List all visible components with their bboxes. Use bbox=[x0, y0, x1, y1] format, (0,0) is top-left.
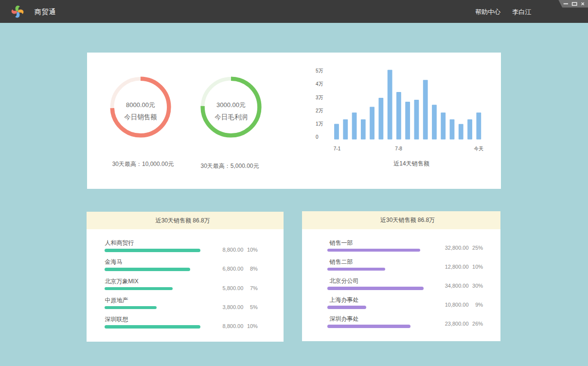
svg-text:7-8: 7-8 bbox=[395, 146, 402, 151]
svg-text:1万: 1万 bbox=[316, 121, 323, 127]
svg-text:2万: 2万 bbox=[316, 108, 323, 113]
svg-text:0: 0 bbox=[316, 134, 319, 140]
svg-text:7-1: 7-1 bbox=[334, 146, 341, 151]
svg-text:5万: 5万 bbox=[316, 68, 323, 73]
svg-text:4万: 4万 bbox=[316, 81, 323, 87]
svg-text:3万: 3万 bbox=[316, 95, 323, 100]
svg-text:今天: 今天 bbox=[474, 146, 483, 151]
